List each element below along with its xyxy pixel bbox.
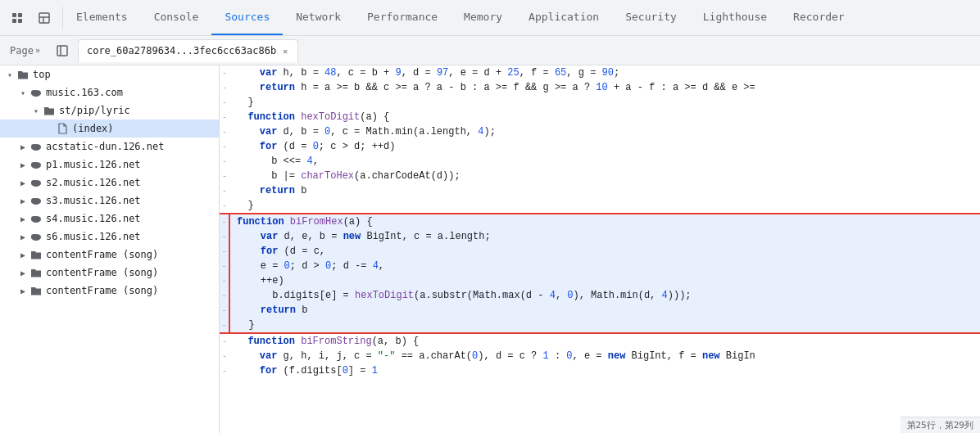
tree-item-p1music[interactable]: ▶ p1.music.126.net xyxy=(0,156,219,174)
line-dash-21: - xyxy=(220,363,229,378)
folder-icon-cf1 xyxy=(29,248,43,261)
tree-item-s2music[interactable]: ▶ s2.music.126.net xyxy=(0,174,219,192)
tree-item-s4music[interactable]: ▶ s4.music.126.net xyxy=(0,210,219,228)
toolbar-icons xyxy=(0,7,63,29)
code-content-7: b <<= 4, xyxy=(229,154,980,169)
cloud-icon-s3music xyxy=(29,194,43,207)
svg-point-10 xyxy=(31,90,36,95)
tree-item-s6music[interactable]: ▶ s6.music.126.net xyxy=(0,228,219,246)
svg-point-29 xyxy=(37,235,41,239)
tree-item-index[interactable]: (index) xyxy=(0,120,219,138)
folder-icon-cf2 xyxy=(29,266,43,279)
line-dash-14: - xyxy=(220,259,229,273)
code-line-8: - b |= charToHex(a.charCodeAt(d)); xyxy=(220,169,980,183)
line-dash-1: - xyxy=(220,65,229,80)
tab-memory[interactable]: Memory xyxy=(451,0,515,35)
code-content-8: b |= charToHex(a.charCodeAt(d)); xyxy=(229,169,980,183)
code-content-11: function biFromHex(a) { xyxy=(229,214,980,229)
tab-recorder[interactable]: Recorder xyxy=(780,0,858,35)
line-dash-13: - xyxy=(220,244,229,259)
tree-arrow-s6music: ▶ xyxy=(16,232,29,241)
code-line-3: - } xyxy=(220,95,980,110)
svg-rect-4 xyxy=(39,13,49,23)
tree-item-acstatic[interactable]: ▶ acstatic-dun.126.net xyxy=(0,138,219,156)
second-bar: Page » core_60a2789634...3fec6cc63ac86b … xyxy=(0,36,980,65)
file-icon-index xyxy=(56,122,69,135)
line-dash-9: - xyxy=(220,183,229,198)
code-line-1: - var h, b = 48, c = b + 9, d = 97, e = … xyxy=(220,65,980,80)
line-dash-11: - xyxy=(220,214,229,229)
folder-icon-stpip xyxy=(43,104,56,117)
svg-point-23 xyxy=(37,199,41,203)
tab-console[interactable]: Console xyxy=(141,0,212,35)
code-line-21: - for (f.digits[0] = 1 xyxy=(220,363,980,378)
tree-item-top[interactable]: ▾ top xyxy=(0,65,219,83)
tab-security[interactable]: Security xyxy=(612,0,690,35)
code-content-1: var h, b = 48, c = b + 9, d = 97, e = d … xyxy=(229,65,980,80)
code-panel[interactable]: - var h, b = 48, c = b + 9, d = 97, e = … xyxy=(220,65,980,433)
line-dash-19: - xyxy=(220,333,229,349)
tree-item-music163[interactable]: ▾ music.163.com xyxy=(0,83,219,101)
line-dash-17: - xyxy=(220,303,229,318)
code-content-3: } xyxy=(229,95,980,110)
code-line-19: - function biFromString(a, b) { xyxy=(220,333,980,349)
tree-item-contentFrame2[interactable]: ▶ contentFrame (song) xyxy=(0,264,219,282)
sidebar-toggle-button[interactable] xyxy=(50,42,75,60)
line-dash-2: - xyxy=(220,80,229,95)
code-table: - var h, b = 48, c = b + 9, d = 97, e = … xyxy=(220,65,980,378)
cursor-position: 第25行，第29列 xyxy=(907,420,974,431)
page-label: Page xyxy=(10,45,34,56)
tab-sources[interactable]: Sources xyxy=(211,0,283,35)
tree-arrow-music163: ▾ xyxy=(16,88,29,97)
svg-rect-1 xyxy=(12,19,16,23)
code-content-20: var g, h, i, j, c = "-" == a.charAt(0), … xyxy=(229,349,980,363)
line-dash-15: - xyxy=(220,273,229,288)
svg-point-22 xyxy=(31,198,36,203)
svg-point-14 xyxy=(37,145,41,149)
tree-arrow-top: ▾ xyxy=(3,70,16,79)
line-dash-20: - xyxy=(220,349,229,363)
tree-label-acstatic: acstatic-dun.126.net xyxy=(46,141,165,152)
svg-point-16 xyxy=(31,162,36,167)
tree-arrow-acstatic: ▶ xyxy=(16,142,29,151)
line-dash-3: - xyxy=(220,95,229,110)
chevron-right-icon: » xyxy=(35,46,40,55)
cloud-icon-acstatic xyxy=(29,140,43,153)
tree-arrow-cf1: ▶ xyxy=(16,250,29,259)
svg-point-28 xyxy=(31,234,36,239)
code-line-16: - b.digits[e] = hexToDigit(a.substr(Math… xyxy=(220,288,980,303)
tree-arrow-stpip: ▾ xyxy=(29,106,43,115)
tab-performance[interactable]: Performance xyxy=(354,0,451,35)
tree-label-top: top xyxy=(33,69,51,80)
code-content-12: var d, e, b = new BigInt, c = a.length; xyxy=(229,229,980,244)
tree-arrow-s3music: ▶ xyxy=(16,196,29,205)
cloud-icon-p1music xyxy=(29,158,43,171)
line-dash-18: - xyxy=(220,318,229,333)
panel-toggle-icon[interactable] xyxy=(33,7,56,29)
cloud-icon-s4music xyxy=(29,212,43,225)
code-line-17: - return b xyxy=(220,303,980,318)
tab-lighthouse[interactable]: Lighthouse xyxy=(690,0,780,35)
tab-network[interactable]: Network xyxy=(283,0,354,35)
code-content-10: } xyxy=(229,198,980,214)
file-tab-close[interactable]: ✕ xyxy=(281,47,289,56)
devtools-settings-icon[interactable] xyxy=(7,7,29,29)
tab-application[interactable]: Application xyxy=(515,0,612,35)
code-line-20: - var g, h, i, j, c = "-" == a.charAt(0)… xyxy=(220,349,980,363)
file-tab[interactable]: core_60a2789634...3fec6cc63ac86b ✕ xyxy=(78,39,298,62)
tree-item-contentFrame3[interactable]: ▶ contentFrame (song) xyxy=(0,282,219,300)
tree-label-s4music: s4.music.126.net xyxy=(46,213,141,224)
tree-item-stpipLyric[interactable]: ▾ st/pip/lyric xyxy=(0,101,219,120)
tab-elements[interactable]: Elements xyxy=(63,0,141,35)
tree-label-p1music: p1.music.126.net xyxy=(46,159,141,170)
svg-rect-3 xyxy=(18,19,22,23)
code-content-19: function biFromString(a, b) { xyxy=(229,333,980,349)
tree-item-s3music[interactable]: ▶ s3.music.126.net xyxy=(0,192,219,210)
tree-label-index: (index) xyxy=(72,123,114,134)
line-dash-7: - xyxy=(220,154,229,169)
page-button[interactable]: Page » xyxy=(3,42,47,60)
tree-item-contentFrame1[interactable]: ▶ contentFrame (song) xyxy=(0,246,219,264)
line-dash-12: - xyxy=(220,229,229,244)
code-content-6: for (d = 0; c > d; ++d) xyxy=(229,139,980,154)
code-line-15: - ++e) xyxy=(220,273,980,288)
